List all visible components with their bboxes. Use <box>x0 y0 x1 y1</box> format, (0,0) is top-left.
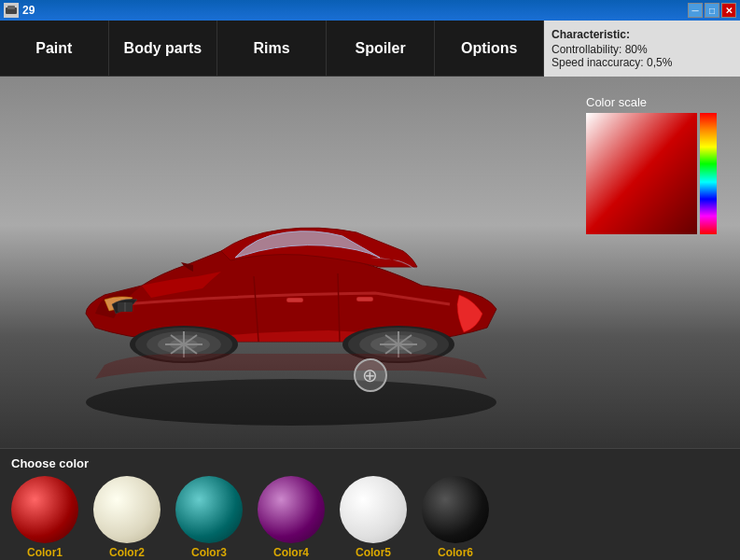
char-speed: Speed inaccuracy: 0,5% <box>552 56 733 69</box>
nav-options[interactable]: Options <box>435 21 544 76</box>
viewport[interactable]: Color scale ⊕ <box>0 77 740 448</box>
nav-paint[interactable]: Paint <box>0 21 109 76</box>
svg-point-2 <box>86 379 496 426</box>
swatch-color2[interactable]: Color2 <box>93 476 161 559</box>
swatch-label-color6: Color6 <box>438 546 473 559</box>
window-title: 29 <box>22 4 35 17</box>
app-icon <box>4 3 19 18</box>
titlebar-controls: ─ □ ✕ <box>688 3 736 18</box>
color-gradient[interactable] <box>586 113 697 234</box>
swatch-label-color3: Color3 <box>191 546 227 559</box>
swatch-ball-color4 <box>258 476 325 543</box>
svg-rect-24 <box>356 297 373 301</box>
swatch-color5[interactable]: Color5 <box>340 476 407 559</box>
swatch-color6[interactable]: Color6 <box>422 476 489 559</box>
titlebar: 29 ─ □ ✕ <box>0 0 740 21</box>
svg-rect-23 <box>286 298 303 302</box>
rainbow-bar[interactable] <box>700 113 717 234</box>
swatch-label-color5: Color5 <box>356 546 391 559</box>
swatch-ball-color5 <box>340 476 407 543</box>
swatch-label-color2: Color2 <box>109 546 145 559</box>
swatch-ball-color2 <box>93 476 161 543</box>
svg-rect-1 <box>7 6 15 9</box>
nav-body-parts[interactable]: Body parts <box>109 21 218 76</box>
navbar: Paint Body parts Rims Spoiler Options Ch… <box>0 21 740 77</box>
swatch-color4[interactable]: Color4 <box>258 476 325 559</box>
minimize-button[interactable]: ─ <box>688 3 703 18</box>
close-button[interactable]: ✕ <box>721 3 736 18</box>
swatch-label-color1: Color1 <box>27 546 63 559</box>
car-image <box>49 113 534 430</box>
swatch-color3[interactable]: Color3 <box>175 476 243 559</box>
swatch-ball-color6 <box>422 476 489 543</box>
color-scale-title: Color scale <box>586 95 726 109</box>
swatch-ball-color3 <box>175 476 243 543</box>
swatch-label-color4: Color4 <box>273 546 309 559</box>
char-title: Characteristic: <box>552 28 733 41</box>
swatch-ball-color1 <box>11 476 78 543</box>
nav-spoiler[interactable]: Spoiler <box>327 21 436 76</box>
color-swatches: Color1Color2Color3Color4Color5Color6 <box>11 476 729 559</box>
nav-rims[interactable]: Rims <box>217 21 327 76</box>
swatch-color1[interactable]: Color1 <box>11 476 78 559</box>
color-scale-box[interactable] <box>586 113 717 234</box>
maximize-button[interactable]: □ <box>705 3 719 18</box>
characteristics-panel: Characteristic: Controllability: 80% Spe… <box>544 21 740 77</box>
bottom-panel: Choose color Color1Color2Color3Color4Col… <box>0 448 740 560</box>
color-scale-panel: Color scale <box>586 95 726 234</box>
choose-color-label: Choose color <box>11 456 729 470</box>
char-controllability: Controllability: 80% <box>552 43 733 56</box>
nav-dot[interactable]: ⊕ <box>354 358 387 392</box>
titlebar-left: 29 <box>4 3 35 18</box>
main-window: Paint Body parts Rims Spoiler Options Ch… <box>0 21 740 560</box>
car-container <box>28 105 553 439</box>
